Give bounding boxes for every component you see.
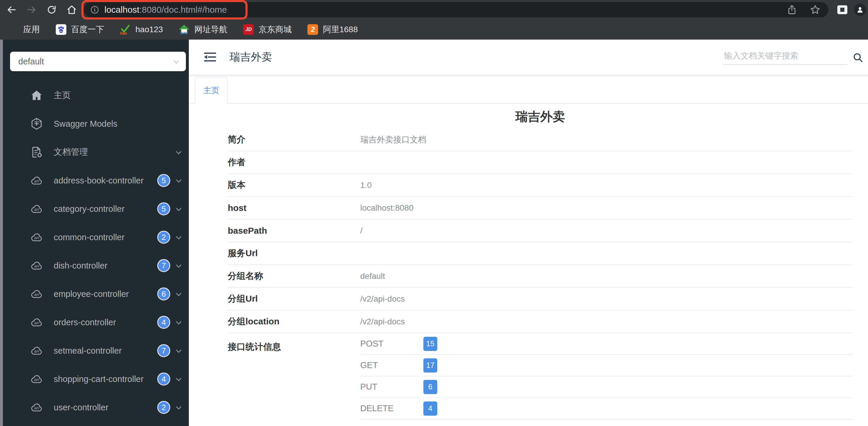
api-count-badge: 4 xyxy=(157,316,170,329)
search-icon[interactable] xyxy=(852,52,863,63)
info-row-label: 作者 xyxy=(228,156,360,168)
info-row-label: 版本 xyxy=(228,179,360,191)
info-row-value: default xyxy=(360,272,385,281)
api-count-badge: 5 xyxy=(157,174,170,187)
doc-title: 瑞吉外卖 xyxy=(228,108,852,125)
api-count-badge: 7 xyxy=(157,259,170,272)
info-table: 简介 瑞吉外卖接口文档 作者 版本 1.0 host xyxy=(228,129,852,333)
menu-fold-icon[interactable] xyxy=(204,51,217,63)
sidebar-item-doc-management[interactable]: 文档管理 xyxy=(3,138,189,166)
sidebar-item-controller[interactable]: API category-controller 5 xyxy=(3,195,189,223)
chevron-down-icon xyxy=(174,58,179,63)
tab-home[interactable]: 主页 xyxy=(195,77,228,104)
bookmark-1688[interactable]: 2 阿里1688 xyxy=(307,24,358,35)
sidebar-item-controller[interactable]: API setmeal-controller 7 xyxy=(3,337,189,365)
url-path: :8080/doc.html#/home xyxy=(139,5,227,15)
back-icon[interactable] xyxy=(6,5,17,15)
share-icon[interactable] xyxy=(786,4,797,15)
method-count-badge: 4 xyxy=(423,401,437,416)
sidebar-item-label: 文档管理 xyxy=(54,146,88,158)
bookmark-label: 阿里1688 xyxy=(323,24,358,35)
sidebar-scrollbar[interactable] xyxy=(0,39,3,426)
apps-grid-icon xyxy=(9,25,19,34)
address-bar[interactable]: localhost:8080/doc.html#/home xyxy=(84,2,829,18)
sidebar-item-label: 主页 xyxy=(54,89,71,101)
controller-name: user-controller xyxy=(54,403,108,413)
method-name: DELETE xyxy=(360,403,423,413)
stats-label: 接口统计信息 xyxy=(228,333,360,353)
tab-label: 主页 xyxy=(203,85,219,96)
site-info-icon[interactable] xyxy=(90,5,99,14)
sidebar-item-controller[interactable]: API dish-controller 7 xyxy=(3,251,189,280)
bookmark-2345[interactable]: 2345 网址导航 xyxy=(179,24,227,35)
sidebar: default 主页 Swagger Models 文档管理 AP xyxy=(3,39,189,426)
sidebar-item-controller[interactable]: API address-book-controller 5 xyxy=(3,166,189,195)
group-select[interactable]: default xyxy=(10,52,186,71)
info-row: 分组location /v2/api-docs xyxy=(228,311,852,333)
controller-name: category-controller xyxy=(54,204,125,214)
alibaba-1688-icon: 2 xyxy=(307,24,318,35)
doc-management-icon xyxy=(30,146,43,159)
controller-name: common-controller xyxy=(54,232,125,242)
bookmark-star-icon[interactable] xyxy=(810,4,821,16)
api-cloud-icon: API xyxy=(30,316,43,329)
svg-text:API: API xyxy=(34,180,39,183)
bookmark-label: 应用 xyxy=(23,24,40,35)
reload-icon[interactable] xyxy=(46,5,57,15)
info-row-value: /v2/api-docs xyxy=(360,294,405,304)
address-bar-url: localhost:8080/doc.html#/home xyxy=(90,5,227,15)
bookmark-hao123[interactable]: hao hao123 xyxy=(120,24,163,35)
sidebar-item-controller[interactable]: API common-controller 2 xyxy=(3,223,189,251)
info-row-value: localhost:8080 xyxy=(360,203,414,213)
api-count-badge: 2 xyxy=(157,401,170,414)
site-nav-house-icon: 2345 xyxy=(179,24,189,35)
sidebar-item-controller[interactable]: API shopping-cart-controller 4 xyxy=(3,365,189,393)
api-cloud-icon: API xyxy=(30,174,43,187)
bookmark-jd[interactable]: JD 京东商城 xyxy=(243,24,291,35)
info-row-value: 1.0 xyxy=(360,180,372,190)
bookmark-apps[interactable]: 应用 xyxy=(9,24,40,35)
sidebar-item-controller[interactable]: API user-controller 2 xyxy=(3,393,189,422)
bookmark-baidu[interactable]: du 百度一下 xyxy=(56,24,104,35)
forward-icon[interactable] xyxy=(27,5,37,15)
search-input[interactable] xyxy=(723,49,847,65)
baidu-paw-icon: du xyxy=(56,24,66,35)
bookmark-label: 网址导航 xyxy=(194,24,227,35)
chevron-down-icon xyxy=(176,319,181,324)
api-cloud-icon: API xyxy=(30,202,43,216)
info-row-label: basePath xyxy=(228,226,360,236)
method-stat-row: PUT 6 xyxy=(360,376,852,398)
group-select-value: default xyxy=(18,57,44,66)
info-row: 简介 瑞吉外卖接口文档 xyxy=(228,129,852,151)
sidebar-item-label: Swagger Models xyxy=(54,119,117,129)
method-stat-row: DELETE 4 xyxy=(360,398,852,420)
home-icon[interactable] xyxy=(67,5,77,15)
api-count-badge: 5 xyxy=(157,202,170,216)
api-cloud-icon: API xyxy=(30,344,43,357)
api-cloud-icon: API xyxy=(30,401,43,414)
sidebar-item-home[interactable]: 主页 xyxy=(3,81,189,110)
controller-name: shopping-cart-controller xyxy=(54,374,144,384)
svg-text:API: API xyxy=(34,378,39,382)
svg-text:API: API xyxy=(34,293,39,296)
sidebar-item-swagger-models[interactable]: Swagger Models xyxy=(3,110,189,138)
main-panel: 瑞吉外卖 主页 瑞吉外卖 简介 瑞吉外卖接口文档 xyxy=(189,39,868,426)
method-stats-list: POST 15 GET 17 PUT 6 xyxy=(360,333,852,420)
side-panel-icon[interactable] xyxy=(837,5,847,14)
info-row-value: /v2/api-docs xyxy=(360,317,405,326)
info-row-value: 瑞吉外卖接口文档 xyxy=(360,134,426,145)
svg-text:API: API xyxy=(34,208,39,211)
profile-avatar[interactable] xyxy=(854,4,866,16)
sidebar-item-controller[interactable]: API orders-controller 4 xyxy=(3,308,189,337)
main-header: 瑞吉外卖 xyxy=(189,39,868,75)
knife4j-page: default 主页 Swagger Models 文档管理 AP xyxy=(0,39,868,426)
info-row: basePath / xyxy=(228,220,852,242)
sidebar-item-controller[interactable]: API employee-controller 6 xyxy=(3,280,189,308)
jd-icon: JD xyxy=(243,24,254,35)
controller-name: address-book-controller xyxy=(54,176,144,186)
info-row: 服务Url xyxy=(228,242,852,265)
chevron-down-icon xyxy=(176,234,181,239)
api-count-badge: 7 xyxy=(157,344,170,357)
api-count-badge: 2 xyxy=(157,231,170,244)
home-content: 瑞吉外卖 简介 瑞吉外卖接口文档 作者 版本 1.0 xyxy=(189,104,868,426)
